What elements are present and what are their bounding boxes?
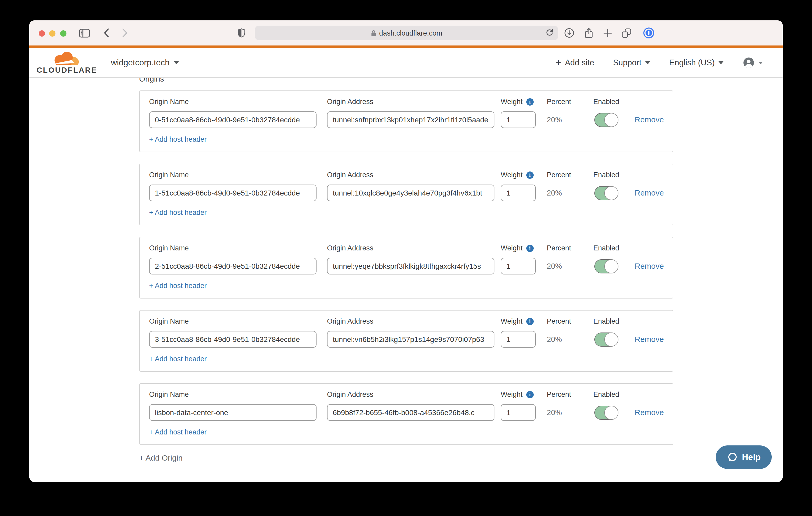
toggle-knob bbox=[604, 405, 618, 420]
origin-address-input[interactable] bbox=[327, 185, 494, 201]
chevron-down-icon bbox=[759, 61, 763, 64]
cloudflare-cloud-icon bbox=[50, 52, 81, 66]
origin-card: Origin Name Origin Address Weight i Perc… bbox=[139, 237, 673, 299]
privacy-shield-icon[interactable] bbox=[237, 20, 245, 45]
info-icon[interactable]: i bbox=[526, 98, 534, 105]
enabled-label: Enabled bbox=[593, 171, 619, 179]
enabled-toggle[interactable] bbox=[594, 259, 618, 273]
percent-value: 20% bbox=[547, 111, 562, 128]
origin-card: Origin Name Origin Address Weight i Perc… bbox=[139, 383, 673, 445]
enabled-toggle[interactable] bbox=[594, 186, 618, 200]
remove-origin-link[interactable]: Remove bbox=[635, 404, 664, 421]
percent-value: 20% bbox=[547, 258, 562, 274]
add-host-header-link[interactable]: + Add host header bbox=[149, 282, 207, 290]
dashboard-header: CLOUDFLARE widgetcorp.tech + Add site Su… bbox=[29, 48, 783, 78]
origin-address-label: Origin Address bbox=[327, 391, 373, 398]
percent-label: Percent bbox=[547, 317, 571, 325]
minimize-window-button[interactable] bbox=[49, 30, 55, 37]
percent-value: 20% bbox=[547, 185, 562, 201]
origin-address-input[interactable] bbox=[327, 331, 494, 348]
cloudflare-logo[interactable]: CLOUDFLARE bbox=[37, 52, 95, 74]
origin-address-label: Origin Address bbox=[327, 317, 373, 325]
enabled-label: Enabled bbox=[593, 98, 619, 105]
zoom-window-button[interactable] bbox=[60, 30, 66, 37]
help-button[interactable]: Help bbox=[716, 446, 772, 469]
reload-icon[interactable] bbox=[546, 29, 554, 37]
add-host-header-link[interactable]: + Add host header bbox=[149, 135, 207, 143]
onepassword-icon[interactable] bbox=[643, 20, 655, 45]
weight-input[interactable] bbox=[501, 404, 536, 421]
origin-address-input[interactable] bbox=[327, 404, 494, 421]
remove-origin-link[interactable]: Remove bbox=[635, 111, 664, 128]
percent-label: Percent bbox=[547, 171, 571, 179]
downloads-icon[interactable] bbox=[564, 20, 575, 45]
info-icon[interactable]: i bbox=[526, 391, 534, 398]
browser-window: dash.cloudflare.com bbox=[29, 20, 783, 482]
enabled-label: Enabled bbox=[593, 244, 619, 252]
help-label: Help bbox=[742, 452, 761, 462]
info-icon[interactable]: i bbox=[526, 244, 534, 252]
enabled-toggle[interactable] bbox=[594, 113, 618, 127]
percent-label: Percent bbox=[547, 244, 571, 252]
new-tab-icon[interactable] bbox=[603, 20, 612, 45]
chevron-down-icon bbox=[174, 61, 179, 64]
support-label: Support bbox=[613, 58, 641, 67]
origin-name-input[interactable] bbox=[149, 111, 317, 128]
language-menu[interactable]: English (US) bbox=[669, 58, 724, 67]
address-bar[interactable]: dash.cloudflare.com bbox=[255, 26, 558, 40]
info-icon[interactable]: i bbox=[526, 171, 534, 179]
weight-label: Weight i bbox=[501, 171, 534, 179]
weight-input[interactable] bbox=[501, 185, 536, 201]
origin-name-label: Origin Name bbox=[149, 171, 189, 179]
origin-name-input[interactable] bbox=[149, 258, 317, 274]
weight-input[interactable] bbox=[501, 258, 536, 274]
remove-origin-link[interactable]: Remove bbox=[635, 185, 664, 201]
avatar-icon bbox=[743, 57, 755, 69]
chevron-down-icon bbox=[718, 61, 724, 64]
share-icon[interactable] bbox=[584, 20, 593, 45]
weight-label: Weight i bbox=[501, 244, 534, 252]
origin-card: Origin Name Origin Address Weight i Perc… bbox=[139, 310, 673, 372]
url-text: dash.cloudflare.com bbox=[379, 29, 442, 37]
origin-name-input[interactable] bbox=[149, 331, 317, 348]
account-menu[interactable] bbox=[743, 57, 763, 69]
origin-name-label: Origin Name bbox=[149, 98, 189, 105]
add-host-header-link[interactable]: + Add host header bbox=[149, 209, 207, 216]
forward-icon[interactable] bbox=[121, 20, 128, 45]
screen: dash.cloudflare.com bbox=[0, 0, 812, 516]
weight-input[interactable] bbox=[501, 331, 536, 348]
add-site-button[interactable]: + Add site bbox=[556, 58, 594, 67]
weight-input[interactable] bbox=[501, 111, 536, 128]
close-window-button[interactable] bbox=[39, 30, 45, 37]
add-origin-button[interactable]: + Add Origin bbox=[139, 453, 182, 462]
origin-name-input[interactable] bbox=[149, 185, 317, 201]
remove-origin-link[interactable]: Remove bbox=[635, 331, 664, 348]
origin-name-label: Origin Name bbox=[149, 244, 189, 252]
toggle-knob bbox=[604, 113, 618, 127]
cloudflare-wordmark: CLOUDFLARE bbox=[37, 66, 97, 74]
origin-name-label: Origin Name bbox=[149, 391, 189, 398]
origin-address-label: Origin Address bbox=[327, 98, 373, 105]
origin-name-label: Origin Name bbox=[149, 317, 189, 325]
percent-value: 20% bbox=[547, 404, 562, 421]
origin-address-input[interactable] bbox=[327, 258, 494, 274]
zone-selector[interactable]: widgetcorp.tech bbox=[111, 58, 179, 67]
origin-name-input[interactable] bbox=[149, 404, 317, 421]
weight-label: Weight i bbox=[501, 98, 534, 105]
enabled-toggle[interactable] bbox=[594, 406, 618, 420]
support-menu[interactable]: Support bbox=[613, 58, 650, 67]
origin-address-label: Origin Address bbox=[327, 171, 373, 179]
add-host-header-link[interactable]: + Add host header bbox=[149, 428, 207, 436]
sidebar-toggle-icon[interactable] bbox=[79, 20, 90, 45]
chat-bubble-icon bbox=[727, 452, 738, 463]
add-host-header-link[interactable]: + Add host header bbox=[149, 355, 207, 363]
remove-origin-link[interactable]: Remove bbox=[635, 258, 664, 274]
tab-overview-icon[interactable] bbox=[621, 20, 632, 45]
origins-list: Origin Name Origin Address Weight i Perc… bbox=[139, 90, 673, 456]
info-icon[interactable]: i bbox=[526, 317, 534, 325]
enabled-toggle[interactable] bbox=[594, 333, 618, 346]
origin-address-input[interactable] bbox=[327, 111, 494, 128]
toggle-knob bbox=[604, 186, 618, 200]
section-title: Origins bbox=[139, 78, 164, 83]
back-icon[interactable] bbox=[103, 20, 110, 45]
